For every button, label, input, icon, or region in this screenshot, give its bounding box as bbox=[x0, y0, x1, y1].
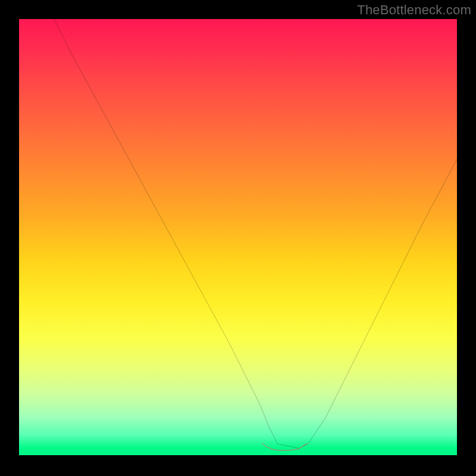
chart-svg bbox=[19, 19, 457, 457]
curve-black bbox=[54, 19, 457, 448]
watermark-text: TheBottleneck.com bbox=[357, 2, 471, 18]
highlight-coral bbox=[262, 443, 307, 450]
series-group bbox=[54, 19, 457, 450]
plot-bottom-border bbox=[19, 455, 457, 457]
plot-area bbox=[19, 19, 457, 457]
chart-frame: TheBottleneck.com bbox=[0, 0, 476, 476]
